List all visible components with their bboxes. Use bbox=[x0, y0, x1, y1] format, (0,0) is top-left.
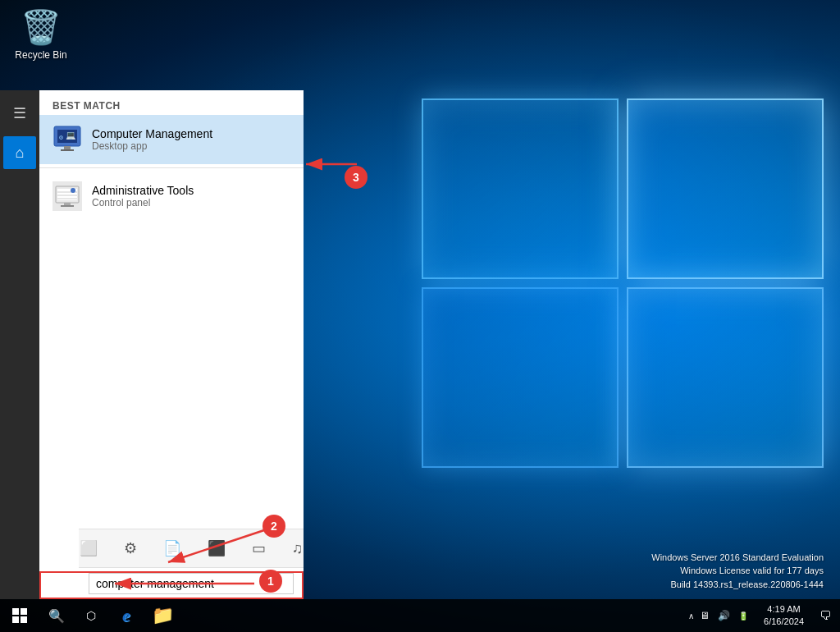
best-match-label: Best match bbox=[39, 90, 304, 115]
svg-rect-23 bbox=[21, 616, 27, 623]
taskbar-search-button[interactable]: 🔍 bbox=[39, 599, 74, 632]
administrative-tools-subtitle: Control panel bbox=[92, 197, 194, 208]
taskbar-ie-button[interactable]: e bbox=[108, 599, 144, 632]
result-divider bbox=[39, 167, 304, 168]
svg-text:⚙: ⚙ bbox=[59, 134, 63, 141]
notification-icon: 🗨 bbox=[819, 609, 831, 622]
start-menu-sidebar: ☰ ⌂ bbox=[0, 90, 39, 599]
svg-rect-12 bbox=[61, 205, 74, 207]
svg-rect-3 bbox=[61, 149, 74, 151]
svg-text:💻: 💻 bbox=[66, 130, 76, 140]
filter-files-icon[interactable]: 📄 bbox=[160, 536, 185, 561]
system-info-line3: Build 14393.rs1_release.220806-1444 bbox=[651, 578, 824, 592]
tray-expand-button[interactable]: ∧ bbox=[688, 611, 694, 621]
administrative-tools-icon bbox=[52, 181, 82, 211]
svg-point-13 bbox=[71, 188, 75, 193]
task-view-icon: ⬡ bbox=[86, 609, 96, 622]
result-computer-management[interactable]: ⚙ 💻 Computer Management Desktop app bbox=[39, 115, 304, 164]
svg-rect-2 bbox=[64, 146, 71, 149]
start-button[interactable] bbox=[0, 599, 39, 632]
annotation-2: 2 bbox=[262, 515, 285, 538]
annotation-3: 3 bbox=[345, 166, 368, 189]
annotation-1: 1 bbox=[259, 570, 282, 593]
win-logo-pane-tr bbox=[627, 98, 824, 279]
win-logo-pane-tl bbox=[422, 98, 619, 279]
windows-logo-icon bbox=[12, 608, 27, 623]
start-menu: ☰ ⌂ Best match ⚙ 💻 Computer Management D… bbox=[0, 90, 304, 599]
administrative-tools-text: Administrative Tools Control panel bbox=[92, 184, 194, 208]
taskbar-explorer-button[interactable]: 📁 bbox=[144, 599, 180, 632]
recycle-bin-image: 🗑️ bbox=[8, 8, 74, 47]
sidebar-hamburger[interactable]: ☰ bbox=[3, 97, 36, 130]
start-content-spacer bbox=[39, 221, 304, 529]
computer-management-subtitle: Desktop app bbox=[92, 140, 212, 152]
tray-volume-icon[interactable]: 🔊 bbox=[715, 610, 733, 621]
svg-rect-20 bbox=[12, 608, 19, 615]
system-tray: ∧ 🖥 🔊 🔋 bbox=[682, 610, 757, 621]
folder-icon: 📁 bbox=[152, 605, 174, 626]
notification-center-button[interactable]: 🗨 bbox=[810, 599, 840, 632]
filter-documents-icon[interactable]: ⬜ bbox=[76, 536, 101, 561]
taskbar: 🔍 ⬡ e 📁 ∧ 🖥 🔊 🔋 4:19 AM 6/16/2024 🗨 bbox=[0, 599, 840, 632]
system-info: Windows Server 2016 Standard Evaluation … bbox=[651, 551, 824, 592]
computer-management-icon: ⚙ 💻 bbox=[52, 125, 82, 154]
clock-time: 4:19 AM bbox=[764, 603, 804, 616]
computer-management-text: Computer Management Desktop app bbox=[92, 127, 212, 152]
taskbar-clock[interactable]: 4:19 AM 6/16/2024 bbox=[757, 603, 810, 629]
recycle-bin-label: Recycle Bin bbox=[15, 49, 66, 61]
svg-rect-21 bbox=[21, 608, 27, 615]
win-logo-pane-br bbox=[627, 287, 824, 468]
ie-icon: e bbox=[122, 605, 130, 626]
recycle-bin-icon[interactable]: 🗑️ Recycle Bin bbox=[8, 8, 74, 62]
svg-rect-22 bbox=[12, 616, 19, 623]
filter-web-icon[interactable]: ♫ bbox=[289, 537, 307, 561]
administrative-tools-title: Administrative Tools bbox=[92, 184, 194, 197]
win-logo-pane-bl bbox=[422, 287, 619, 468]
tray-battery-icon[interactable]: 🔋 bbox=[736, 611, 751, 621]
sidebar-home[interactable]: ⌂ bbox=[3, 136, 36, 169]
tray-network-icon[interactable]: 🖥 bbox=[697, 610, 712, 621]
system-info-line1: Windows Server 2016 Standard Evaluation bbox=[651, 551, 824, 565]
result-administrative-tools[interactable]: Administrative Tools Control panel bbox=[39, 172, 304, 221]
taskbar-task-view-button[interactable]: ⬡ bbox=[74, 599, 108, 632]
filter-apps-icon[interactable]: ⬛ bbox=[204, 536, 229, 561]
filter-settings-icon[interactable]: ⚙ bbox=[121, 536, 140, 561]
search-icon: 🔍 bbox=[48, 608, 65, 624]
clock-date: 6/16/2024 bbox=[764, 616, 804, 628]
filter-media-icon[interactable]: ▭ bbox=[249, 536, 269, 561]
svg-rect-11 bbox=[64, 203, 71, 205]
computer-management-title: Computer Management bbox=[92, 127, 212, 140]
system-info-line2: Windows License valid for 177 days bbox=[651, 564, 824, 578]
